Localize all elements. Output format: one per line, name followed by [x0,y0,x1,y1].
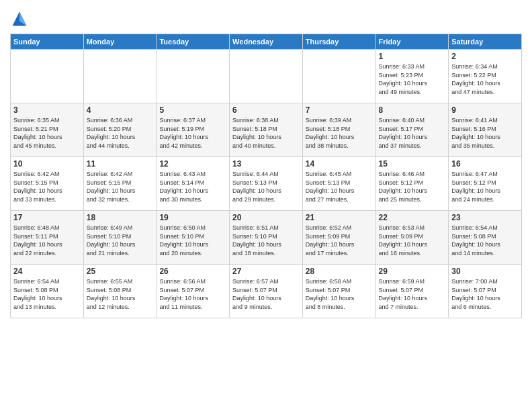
day-number: 16 [451,159,519,169]
day-number: 11 [87,159,154,169]
day-cell: 18Sunrise: 6:49 AM Sunset: 5:10 PM Dayli… [83,211,157,265]
day-cell: 28Sunrise: 6:58 AM Sunset: 5:07 PM Dayli… [302,265,375,318]
day-number: 21 [306,213,373,222]
day-info: Sunrise: 6:45 AM Sunset: 5:13 PM Dayligh… [306,170,373,203]
day-cell: 20Sunrise: 6:51 AM Sunset: 5:10 PM Dayli… [230,211,303,265]
day-number: 30 [451,267,519,276]
page-container: SundayMondayTuesdayWednesdayThursdayFrid… [0,0,532,322]
day-info: Sunrise: 7:00 AM Sunset: 5:07 PM Dayligh… [451,277,519,311]
day-cell [302,50,375,103]
day-cell: 11Sunrise: 6:42 AM Sunset: 5:15 PM Dayli… [83,157,157,211]
day-cell: 2Sunrise: 6:34 AM Sunset: 5:22 PM Daylig… [449,50,522,103]
day-info: Sunrise: 6:43 AM Sunset: 5:14 PM Dayligh… [159,170,226,203]
day-cell: 16Sunrise: 6:47 AM Sunset: 5:12 PM Dayli… [449,157,522,211]
day-info: Sunrise: 6:35 AM Sunset: 5:21 PM Dayligh… [13,116,81,150]
day-number: 19 [159,213,226,222]
day-info: Sunrise: 6:44 AM Sunset: 5:13 PM Dayligh… [232,170,300,203]
day-cell: 8Sunrise: 6:40 AM Sunset: 5:17 PM Daylig… [375,103,449,157]
day-cell: 9Sunrise: 6:41 AM Sunset: 5:16 PM Daylig… [449,103,522,157]
day-number: 20 [232,213,300,222]
week-row-5: 24Sunrise: 6:54 AM Sunset: 5:08 PM Dayli… [11,265,522,318]
day-info: Sunrise: 6:59 AM Sunset: 5:07 PM Dayligh… [379,277,446,311]
day-number: 18 [87,213,154,222]
day-info: Sunrise: 6:46 AM Sunset: 5:12 PM Dayligh… [379,170,446,203]
weekday-wednesday: Wednesday [230,34,303,50]
day-info: Sunrise: 6:54 AM Sunset: 5:08 PM Dayligh… [451,224,519,257]
day-info: Sunrise: 6:56 AM Sunset: 5:07 PM Dayligh… [159,277,226,311]
day-number: 10 [13,159,81,169]
day-cell: 14Sunrise: 6:45 AM Sunset: 5:13 PM Dayli… [302,157,375,211]
day-number: 2 [451,52,519,61]
day-info: Sunrise: 6:57 AM Sunset: 5:07 PM Dayligh… [232,277,300,311]
weekday-monday: Monday [83,34,157,50]
week-row-4: 17Sunrise: 6:48 AM Sunset: 5:11 PM Dayli… [11,211,522,265]
day-cell: 23Sunrise: 6:54 AM Sunset: 5:08 PM Dayli… [449,211,522,265]
day-cell: 1Sunrise: 6:33 AM Sunset: 5:23 PM Daylig… [375,50,449,103]
day-cell [157,50,230,103]
weekday-tuesday: Tuesday [157,34,230,50]
day-info: Sunrise: 6:40 AM Sunset: 5:17 PM Dayligh… [379,116,446,150]
calendar-table: SundayMondayTuesdayWednesdayThursdayFrid… [10,34,522,318]
day-number: 9 [451,105,519,115]
day-cell [11,50,84,103]
day-number: 27 [232,267,300,276]
day-info: Sunrise: 6:38 AM Sunset: 5:18 PM Dayligh… [232,116,300,150]
day-info: Sunrise: 6:39 AM Sunset: 5:18 PM Dayligh… [306,116,373,150]
day-info: Sunrise: 6:41 AM Sunset: 5:16 PM Dayligh… [451,116,519,150]
day-cell: 12Sunrise: 6:43 AM Sunset: 5:14 PM Dayli… [157,157,230,211]
logo [10,9,31,28]
day-cell: 27Sunrise: 6:57 AM Sunset: 5:07 PM Dayli… [230,265,303,318]
day-number: 6 [232,105,300,115]
day-cell: 10Sunrise: 6:42 AM Sunset: 5:15 PM Dayli… [11,157,84,211]
day-number: 28 [306,267,373,276]
day-cell: 30Sunrise: 7:00 AM Sunset: 5:07 PM Dayli… [449,265,522,318]
week-row-1: 1Sunrise: 6:33 AM Sunset: 5:23 PM Daylig… [11,50,522,103]
day-number: 7 [306,105,373,115]
day-cell: 15Sunrise: 6:46 AM Sunset: 5:12 PM Dayli… [375,157,449,211]
day-info: Sunrise: 6:33 AM Sunset: 5:23 PM Dayligh… [379,62,446,96]
day-info: Sunrise: 6:34 AM Sunset: 5:22 PM Dayligh… [451,62,519,96]
day-number: 1 [379,52,446,61]
weekday-header-row: SundayMondayTuesdayWednesdayThursdayFrid… [11,34,522,50]
day-number: 29 [379,267,446,276]
day-cell: 22Sunrise: 6:53 AM Sunset: 5:09 PM Dayli… [375,211,449,265]
logo-icon [10,9,29,28]
day-number: 3 [13,105,81,115]
day-number: 15 [379,159,446,169]
day-number: 12 [159,159,226,169]
day-number: 25 [87,267,154,276]
day-cell: 17Sunrise: 6:48 AM Sunset: 5:11 PM Dayli… [11,211,84,265]
weekday-saturday: Saturday [449,34,522,50]
day-cell: 21Sunrise: 6:52 AM Sunset: 5:09 PM Dayli… [302,211,375,265]
day-number: 13 [232,159,300,169]
day-number: 26 [159,267,226,276]
day-info: Sunrise: 6:42 AM Sunset: 5:15 PM Dayligh… [13,170,81,203]
day-info: Sunrise: 6:48 AM Sunset: 5:11 PM Dayligh… [13,224,81,257]
day-cell [83,50,157,103]
day-number: 5 [159,105,226,115]
page-header [10,7,522,28]
day-cell: 7Sunrise: 6:39 AM Sunset: 5:18 PM Daylig… [302,103,375,157]
day-cell: 19Sunrise: 6:50 AM Sunset: 5:10 PM Dayli… [157,211,230,265]
day-number: 14 [306,159,373,169]
weekday-thursday: Thursday [302,34,375,50]
day-cell: 4Sunrise: 6:36 AM Sunset: 5:20 PM Daylig… [83,103,157,157]
day-number: 23 [451,213,519,222]
day-info: Sunrise: 6:58 AM Sunset: 5:07 PM Dayligh… [306,277,373,311]
day-info: Sunrise: 6:50 AM Sunset: 5:10 PM Dayligh… [159,224,226,257]
day-cell: 5Sunrise: 6:37 AM Sunset: 5:19 PM Daylig… [157,103,230,157]
day-info: Sunrise: 6:37 AM Sunset: 5:19 PM Dayligh… [159,116,226,150]
day-info: Sunrise: 6:42 AM Sunset: 5:15 PM Dayligh… [87,170,154,203]
day-info: Sunrise: 6:36 AM Sunset: 5:20 PM Dayligh… [87,116,154,150]
day-cell: 24Sunrise: 6:54 AM Sunset: 5:08 PM Dayli… [11,265,84,318]
day-number: 17 [13,213,81,222]
day-cell: 26Sunrise: 6:56 AM Sunset: 5:07 PM Dayli… [157,265,230,318]
week-row-2: 3Sunrise: 6:35 AM Sunset: 5:21 PM Daylig… [11,103,522,157]
day-cell: 6Sunrise: 6:38 AM Sunset: 5:18 PM Daylig… [230,103,303,157]
day-number: 24 [13,267,81,276]
day-number: 8 [379,105,446,115]
day-info: Sunrise: 6:53 AM Sunset: 5:09 PM Dayligh… [379,224,446,257]
weekday-sunday: Sunday [11,34,84,50]
day-info: Sunrise: 6:51 AM Sunset: 5:10 PM Dayligh… [232,224,300,257]
day-cell: 25Sunrise: 6:55 AM Sunset: 5:08 PM Dayli… [83,265,157,318]
